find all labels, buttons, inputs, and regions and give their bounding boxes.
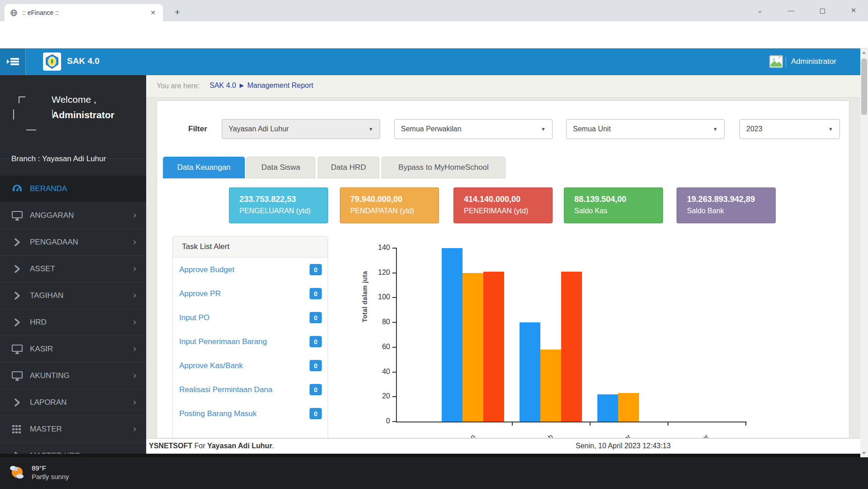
task-link[interactable]: Approve Kas/Bank [179, 361, 243, 370]
sidebar-item-master[interactable]: MASTER› [0, 416, 146, 443]
task-item-approve-pr: Approve PR0 [173, 282, 328, 306]
bar-jan-blue [442, 248, 463, 422]
window-close-button[interactable]: ✕ [847, 4, 860, 17]
x-category-label: Apr [686, 432, 710, 438]
chevron-down-icon: ▼ [541, 126, 546, 132]
sidebar-item-pengadaan[interactable]: PENGADAAN› [0, 229, 146, 256]
welcome-username: Administrator [52, 110, 114, 120]
perwakilan-select[interactable]: Semua Perwakilan▼ [394, 119, 553, 139]
window-menu-chevron-icon[interactable]: ⌄ [753, 4, 767, 17]
chevron-icon [11, 291, 23, 301]
task-item-approve-kas-bank: Approve Kas/Bank0 [173, 354, 328, 378]
window-minimize-button[interactable]: — [784, 4, 798, 17]
sidebar-item-kasir[interactable]: KASIR› [0, 336, 146, 363]
task-link[interactable]: Approve PR [179, 289, 221, 298]
main-content: You are here: SAK 4.0 ► Management Repor… [146, 75, 860, 438]
window-maximize-button[interactable] [816, 4, 829, 17]
stat-label: PENDAPATAN (ytd) [350, 207, 439, 215]
branch-select[interactable]: Yayasan Adi Luhur▼ [222, 119, 380, 139]
y-tick-label: 0 [367, 417, 390, 425]
grid-icon [11, 424, 23, 434]
sidebar-item-label: LAPORAN [30, 398, 67, 407]
weather-widget[interactable]: 89°F Partly sunny [7, 463, 69, 482]
tab-data-siswa[interactable]: Data Siswa [246, 157, 315, 178]
weather-icon [7, 463, 26, 482]
x-tick-mark [512, 422, 513, 426]
stat-label: PENERIMAAN (ytd) [464, 207, 552, 215]
page-scrollbar[interactable] [860, 48, 868, 457]
task-count-badge: 0 [310, 384, 322, 395]
sidebar-item-hrd[interactable]: HRD› [0, 309, 146, 336]
task-count-badge: 0 [310, 312, 322, 323]
y-tick-label: 120 [367, 268, 390, 277]
stat-label: Saldo Kas [574, 207, 663, 215]
task-link[interactable]: Input Penerimaan Barang [179, 337, 267, 346]
sidebar-item-label: HRD [30, 318, 47, 327]
year-select[interactable]: 2023▼ [739, 119, 840, 139]
sidebar-item-beranda[interactable]: BERANDA [0, 176, 146, 202]
scrollbar-down-arrow-icon[interactable] [862, 452, 866, 455]
app-header: SAK 4.0 Administrator [0, 48, 868, 75]
chevron-icon [11, 398, 23, 408]
task-count-badge: 0 [310, 408, 322, 419]
task-item-input-penerimaan-barang: Input Penerimaan Barang0 [173, 330, 328, 354]
x-category-label: Feb [530, 432, 554, 438]
bar-feb-orange [540, 350, 561, 422]
y-tick-label: 80 [367, 318, 390, 326]
y-tick-label: 100 [367, 293, 390, 301]
scrollbar-up-arrow-icon[interactable] [862, 51, 866, 54]
sidebar-item-tagihan[interactable]: TAGIHAN› [0, 283, 146, 309]
task-link[interactable]: Approve Budget [179, 265, 234, 274]
bar-feb-red [561, 272, 582, 422]
sidebar-item-asset[interactable]: ASSET› [0, 256, 146, 283]
task-link[interactable]: Realisasi Permintaan Dana [179, 385, 272, 394]
y-tick-label: 140 [367, 244, 390, 252]
chevron-icon [11, 264, 23, 274]
sidebar-toggle-icon[interactable] [6, 57, 20, 67]
scrollbar-thumb[interactable] [861, 58, 867, 115]
stat-card-saldo-kas: 88.139.504,00Saldo Kas [564, 187, 663, 223]
footer-copyright: YSNETSOFT For Yayasan Adi Luhur. [149, 442, 274, 450]
submenu-chevron-icon: › [133, 263, 136, 273]
submenu-chevron-icon: › [133, 423, 136, 434]
breadcrumb-path[interactable]: SAK 4.0 ► Management Report [210, 82, 313, 90]
tab-bypass-myhomeschool[interactable]: Bypass to MyHomeSchool [382, 157, 506, 178]
tab-data-keuangan[interactable]: Data Keuangan [163, 157, 245, 178]
sidebar-item-label: TAGIHAN [30, 291, 63, 300]
stat-value: 88.139.504,00 [574, 195, 663, 204]
sidebar-item-label: ASSET [30, 264, 55, 273]
submenu-chevron-icon: › [133, 343, 136, 354]
y-axis-line [396, 248, 397, 422]
browser-tab[interactable]: :: eFinance :: ✕ [5, 4, 163, 21]
sidebar-toggle-zone[interactable] [0, 48, 26, 75]
tab-close-icon[interactable]: ✕ [148, 8, 157, 17]
unit-select[interactable]: Semua Unit▼ [566, 119, 725, 139]
task-item-posting-barang-masuk: Posting Barang Masuk0 [173, 402, 328, 426]
stat-value: 19.263.893.942,89 [687, 195, 775, 204]
chevron-icon [11, 237, 23, 247]
sidebar-item-master-hrd[interactable]: MASTER HRD› [0, 443, 146, 454]
welcome-text: Welcome , [52, 94, 96, 105]
dashboard-icon [11, 184, 23, 194]
stat-card-pengeluaran-ytd-: 233.753.822,53PENGELUARAN (ytd) [229, 187, 328, 223]
stat-card-penerimaan-ytd-: 414.140.000,00PENERIMAAN (ytd) [453, 187, 553, 223]
chevron-down-icon: ▼ [713, 126, 718, 132]
tab-data-hrd[interactable]: Data HRD [318, 157, 379, 178]
stat-value: 414.140.000,00 [464, 195, 552, 204]
task-link[interactable]: Posting Barang Masuk [179, 409, 257, 418]
y-tick-label: 40 [367, 368, 390, 376]
task-item-approve-budget: Approve Budget0 [173, 258, 328, 282]
sidebar-item-akunting[interactable]: AKUNTING› [0, 363, 146, 389]
bar-jan-orange [463, 273, 483, 422]
task-count-badge: 0 [310, 336, 322, 347]
stat-value: 233.753.822,53 [239, 195, 328, 204]
stat-card-saldo-bank: 19.263.893.942,89Saldo Bank [677, 187, 776, 223]
sidebar-item-anggaran[interactable]: ANGGARAN› [0, 202, 146, 229]
breadcrumb: You are here: SAK 4.0 ► Management Repor… [146, 75, 860, 98]
globe-favicon-icon [10, 9, 18, 17]
header-username[interactable]: Administrator [791, 57, 836, 66]
sidebar-item-laporan[interactable]: LAPORAN› [0, 389, 146, 416]
new-tab-button[interactable]: + [171, 6, 184, 19]
task-link[interactable]: Input PO [179, 313, 210, 322]
monitor-icon [11, 371, 23, 381]
